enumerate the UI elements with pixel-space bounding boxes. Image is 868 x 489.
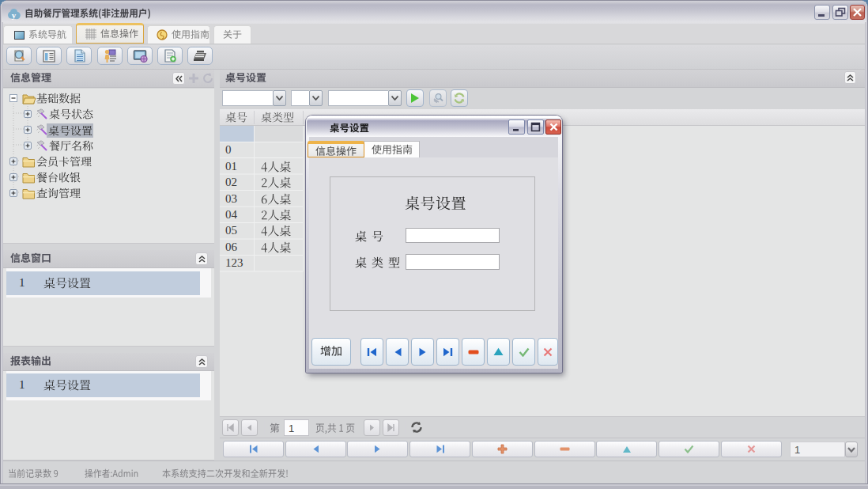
svg-text:y: y xyxy=(12,10,17,20)
